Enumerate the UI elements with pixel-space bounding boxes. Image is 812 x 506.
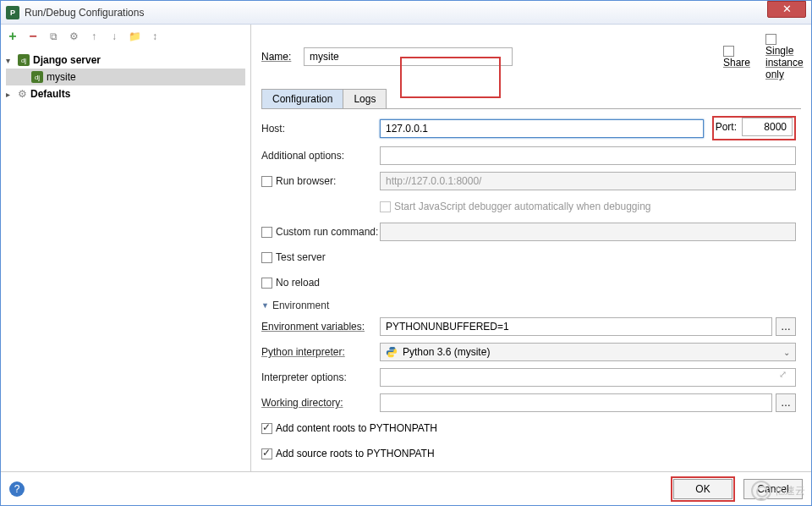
working-directory-browse-button[interactable]: … (776, 393, 796, 412)
custom-run-input[interactable] (380, 223, 796, 241)
python-interpreter-select[interactable]: Python 3.6 (mysite) ⌄ (380, 343, 796, 361)
run-browser-input[interactable] (380, 172, 796, 190)
working-directory-label: Working directory: (261, 397, 380, 409)
config-tree: ▾ dj Django server dj mysite ▸ ⚙ Default… (1, 48, 250, 471)
ok-button[interactable]: OK (673, 479, 732, 499)
footer: ? OK Cancel (1, 471, 811, 505)
close-button[interactable]: ✕ (767, 1, 806, 18)
add-source-roots-checkbox[interactable]: Add source roots to PYTHONPATH (261, 448, 435, 459)
app-icon: P (6, 6, 19, 19)
copy-icon[interactable]: ⧉ (47, 30, 60, 43)
tree-node-django-server[interactable]: ▾ dj Django server (6, 52, 245, 69)
no-reload-checkbox[interactable]: No reload (261, 277, 380, 289)
interpreter-options-label: Interpreter options: (261, 371, 380, 383)
interpreter-options-input[interactable]: ⤢ (380, 368, 796, 387)
host-label: Host: (261, 123, 380, 135)
right-panel: Name: Share Single instance only Configu… (251, 25, 811, 471)
up-icon[interactable]: ↑ (87, 30, 101, 43)
sort-icon[interactable]: ↕ (148, 30, 162, 43)
single-instance-checkbox[interactable]: Single instance only (765, 33, 801, 80)
python-icon (386, 346, 398, 358)
collapse-icon[interactable]: ▾ (6, 56, 14, 65)
expand-icon[interactable]: ▸ (6, 90, 14, 99)
js-debugger-checkbox (380, 201, 391, 212)
remove-icon[interactable]: − (26, 30, 40, 43)
wrench-icon: ⚙ (18, 88, 27, 100)
tree-label: Defaults (30, 88, 70, 100)
custom-run-checkbox[interactable]: Custom run command: (261, 226, 380, 238)
working-directory-input[interactable] (380, 393, 772, 412)
tree-node-mysite[interactable]: dj mysite (6, 69, 245, 85)
environment-section[interactable]: ▼Environment (261, 300, 796, 311)
share-checkbox[interactable]: Share (723, 45, 759, 69)
help-icon[interactable]: ? (9, 481, 25, 497)
django-icon: dj (18, 54, 30, 66)
port-label: Port: (716, 121, 737, 133)
tab-logs[interactable]: Logs (343, 89, 387, 108)
titlebar: P Run/Debug Configurations ✕ (1, 1, 811, 25)
run-browser-checkbox[interactable]: Run browser: (261, 175, 380, 187)
env-vars-label: Environment variables: (261, 321, 380, 333)
django-icon: dj (31, 71, 43, 83)
expand-icon[interactable]: ⤢ (779, 369, 790, 386)
host-input[interactable] (380, 119, 704, 138)
settings-icon[interactable]: ⚙ (67, 30, 80, 43)
tree-node-defaults[interactable]: ▸ ⚙ Defaults (6, 85, 245, 102)
tab-bar: Configuration Logs (261, 89, 801, 109)
python-interpreter-label: Python interpreter: (261, 346, 380, 358)
window-title: Run/Debug Configurations (25, 7, 767, 19)
tree-label: Django server (33, 54, 101, 66)
add-content-roots-checkbox[interactable]: Add content roots to PYTHONPATH (261, 422, 437, 434)
test-server-checkbox[interactable]: Test server (261, 251, 380, 263)
cancel-button[interactable]: Cancel (743, 479, 803, 499)
chevron-down-icon: ⌄ (783, 348, 790, 357)
tree-label: mysite (47, 71, 76, 83)
sidebar-toolbar: + − ⧉ ⚙ ↑ ↓ 📁 ↕ (1, 25, 250, 48)
env-vars-browse-button[interactable]: … (776, 317, 796, 336)
port-input[interactable] (742, 118, 793, 136)
name-input[interactable] (304, 47, 513, 66)
tab-configuration[interactable]: Configuration (261, 89, 343, 108)
down-icon[interactable]: ↓ (107, 30, 121, 43)
js-debugger-label: Start JavaScript debugger automatically … (394, 201, 651, 212)
folder-icon[interactable]: 📁 (128, 30, 141, 43)
name-label: Name: (261, 51, 297, 63)
sidebar: + − ⧉ ⚙ ↑ ↓ 📁 ↕ ▾ dj Django server dj my… (1, 25, 251, 471)
add-icon[interactable]: + (6, 30, 19, 43)
env-vars-input[interactable] (380, 317, 772, 336)
additional-options-input[interactable] (380, 146, 796, 165)
collapse-icon: ▼ (261, 301, 269, 310)
additional-options-label: Additional options: (261, 150, 380, 162)
